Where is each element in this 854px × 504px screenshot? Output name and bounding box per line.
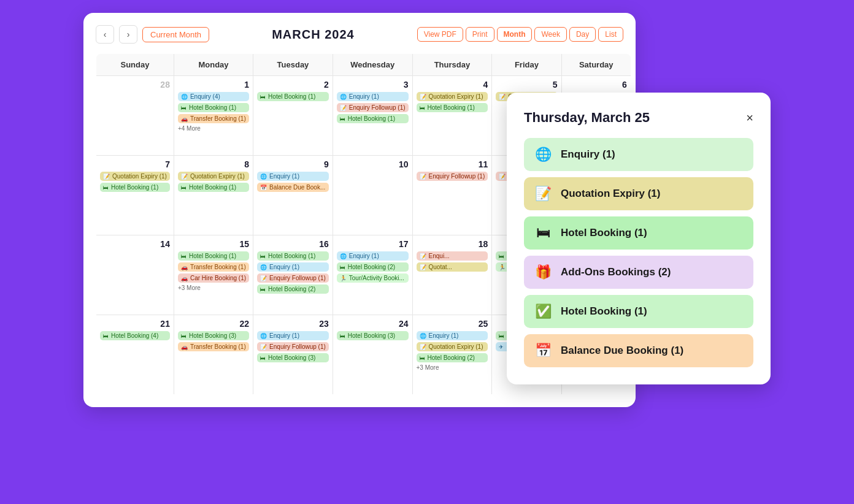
day-header-saturday: Saturday [561, 54, 631, 76]
detail-event-item[interactable]: 🌐Enquiry (1) [524, 138, 753, 171]
event-pill[interactable]: 🚗Car Hire Booking (1) [178, 273, 249, 283]
calendar-day[interactable]: 14 [96, 235, 174, 315]
event-pill[interactable]: 🛏Hotel Booking (2) [417, 353, 488, 362]
current-month-button[interactable]: Current Month [142, 27, 209, 42]
event-pill[interactable]: 📝Quotation Expiry (1) [100, 172, 170, 181]
event-pill[interactable]: 📝Enquiry Followup (1) [257, 342, 329, 351]
event-label: Tour/Activity Booki... [349, 275, 404, 281]
event-label: Hotel Booking (3) [348, 332, 395, 339]
event-pill[interactable]: 🌐Enquiry (1) [417, 331, 488, 340]
event-pill[interactable]: 🛏Hotel Booking (2) [337, 262, 409, 272]
next-button[interactable]: › [119, 25, 137, 44]
day-button[interactable]: Day [569, 27, 596, 42]
detail-event-icon: 🌐 [534, 147, 552, 162]
event-pill[interactable]: 📅Balance Due Book... [257, 183, 329, 192]
detail-title: Thursday, March 25 [524, 110, 650, 126]
event-pill[interactable]: 🛏Hotel Booking (1) [417, 103, 488, 112]
calendar-day[interactable]: 18📝Enqui...📝Quotat... [412, 235, 492, 315]
calendar-day[interactable]: 4📝Quotation Expiry (1)🛏Hotel Booking (1) [412, 76, 492, 156]
event-pill[interactable]: 📝Enquiry Followup (1) [337, 103, 409, 112]
calendar-day[interactable]: 9🌐Enquiry (1)📅Balance Due Book... [253, 156, 333, 235]
calendar-day[interactable]: 25🌐Enquiry (1)📝Quotation Expiry (1)🛏Hote… [412, 315, 492, 395]
event-pill[interactable]: 🌐Enquiry (1) [257, 172, 329, 181]
event-pill[interactable]: 🛏Hotel Booking (1) [257, 92, 329, 101]
calendar-day[interactable]: 28 [96, 76, 174, 156]
event-pill[interactable]: 🚗Transfer Booking (1) [178, 262, 249, 272]
detail-event-item[interactable]: 🛏Hotel Booking (1) [524, 216, 753, 250]
event-type-icon: 🌐 [260, 264, 267, 270]
event-pill[interactable]: 🛏Hotel Booking (1) [178, 183, 249, 192]
calendar-day[interactable]: 7📝Quotation Expiry (1)🛏Hotel Booking (1) [96, 156, 174, 235]
detail-event-item[interactable]: 🎁Add-Ons Bookings (2) [524, 256, 753, 289]
detail-event-label: Add-Ons Bookings (2) [561, 266, 671, 278]
event-pill[interactable]: 🌐Enquiry (1) [337, 92, 409, 101]
print-button[interactable]: Print [466, 27, 494, 42]
event-pill[interactable]: 🛏Hotel Booking (3) [257, 353, 329, 362]
event-label: Quotation Expiry (1) [429, 343, 483, 350]
calendar-day[interactable]: 17🌐Enquiry (1)🛏Hotel Booking (2)🏃Tour/Ac… [333, 235, 412, 315]
event-pill[interactable]: 📝Quotation Expiry (1) [417, 342, 488, 351]
event-pill[interactable]: 🛏Hotel Booking (2) [257, 284, 329, 294]
calendar-day[interactable]: 24🛏Hotel Booking (3) [333, 315, 412, 395]
event-type-icon: 🛏 [103, 185, 109, 191]
list-button[interactable]: List [598, 27, 623, 42]
event-label: Enquiry (1) [429, 332, 459, 339]
more-events-link[interactable]: +4 More [178, 125, 249, 132]
event-pill[interactable]: 🛏Hotel Booking (4) [100, 331, 170, 340]
day-number: 8 [178, 159, 249, 169]
calendar-day[interactable]: 15🛏Hotel Booking (1)🚗Transfer Booking (1… [174, 235, 253, 315]
week-button[interactable]: Week [534, 27, 566, 42]
event-type-icon: 🛏 [340, 333, 345, 339]
day-number: 23 [257, 319, 329, 329]
calendar-day[interactable]: 8📝Quotation Expiry (1)🛏Hotel Booking (1) [174, 156, 253, 235]
calendar-day[interactable]: 10 [333, 156, 412, 235]
event-pill[interactable]: 📝Enquiry Followup (1) [257, 273, 329, 283]
event-pill[interactable]: 🛏Hotel Booking (1) [337, 114, 409, 123]
detail-event-item[interactable]: 📝Quotation Expiry (1) [524, 177, 753, 210]
month-button[interactable]: Month [497, 27, 533, 42]
event-pill[interactable]: 🛏Hotel Booking (1) [178, 103, 249, 112]
detail-event-item[interactable]: 📅Balance Due Booking (1) [524, 334, 753, 367]
event-pill[interactable]: 🛏Hotel Booking (3) [337, 331, 409, 340]
event-pill[interactable]: 🌐Enquiry (1) [257, 262, 329, 272]
event-type-icon: 🏃 [499, 264, 506, 270]
event-pill[interactable]: 🚗Transfer Booking (1) [178, 114, 249, 123]
event-pill[interactable]: 🛏Hotel Booking (1) [178, 251, 249, 261]
event-pill[interactable]: 🏃Tour/Activity Booki... [337, 273, 409, 283]
calendar-day[interactable]: 23🌐Enquiry (1)📝Enquiry Followup (1)🛏Hote… [253, 315, 333, 395]
detail-close-button[interactable]: × [746, 112, 753, 124]
event-pill[interactable]: 📝Enqui... [417, 251, 488, 261]
event-pill[interactable]: 📝Enquiry Followup (1) [417, 172, 488, 181]
view-pdf-button[interactable]: View PDF [417, 27, 463, 42]
prev-button[interactable]: ‹ [96, 25, 114, 44]
event-pill[interactable]: 🛏Hotel Booking (3) [178, 331, 249, 340]
calendar-day[interactable]: 11📝Enquiry Followup (1) [412, 156, 492, 235]
event-type-icon: 📅 [260, 185, 267, 191]
event-pill[interactable]: 📝Quotation Expiry (1) [417, 92, 488, 101]
more-events-link[interactable]: +3 More [178, 284, 249, 291]
event-pill[interactable]: 📝Quotat... [417, 262, 488, 272]
calendar-day[interactable]: 22🛏Hotel Booking (3)🚗Transfer Booking (1… [174, 315, 253, 395]
detail-event-item[interactable]: ✅Hotel Booking (1) [524, 295, 753, 328]
calendar-day[interactable]: 1🌐Enquiry (4)🛏Hotel Booking (1)🚗Transfer… [174, 76, 253, 156]
event-type-icon: 📝 [181, 174, 188, 180]
event-pill[interactable]: 🌐Enquiry (4) [178, 92, 249, 101]
event-pill[interactable]: 📝Quotation Expiry (1) [178, 172, 249, 181]
event-type-icon: 🛏 [420, 105, 425, 111]
event-pill[interactable]: 🌐Enquiry (1) [337, 251, 409, 261]
event-type-icon: 🛏 [420, 355, 425, 361]
event-pill[interactable]: 🛏Hotel Booking (1) [100, 183, 170, 192]
event-pill[interactable]: 🌐Enquiry (1) [257, 331, 329, 340]
calendar-day[interactable]: 21🛏Hotel Booking (4) [96, 315, 174, 395]
event-type-icon: 🛏 [181, 185, 187, 191]
calendar-day[interactable]: 16🛏Hotel Booking (1)🌐Enquiry (1)📝Enquiry… [253, 235, 333, 315]
event-pill[interactable]: 🛏Hotel Booking (1) [257, 251, 329, 261]
detail-panel: Thursday, March 25 × 🌐Enquiry (1)📝Quotat… [507, 93, 771, 384]
event-label: Enquiry (4) [190, 93, 220, 100]
detail-event-label: Quotation Expiry (1) [561, 188, 660, 200]
calendar-day[interactable]: 2🛏Hotel Booking (1) [253, 76, 333, 156]
more-events-link[interactable]: +3 More [417, 364, 488, 371]
event-type-icon: 📝 [260, 344, 267, 350]
event-pill[interactable]: 🚗Transfer Booking (1) [178, 342, 249, 351]
calendar-day[interactable]: 3🌐Enquiry (1)📝Enquiry Followup (1)🛏Hotel… [333, 76, 412, 156]
